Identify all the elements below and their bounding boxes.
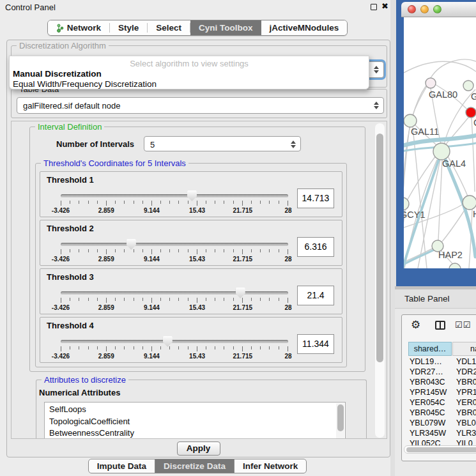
network-node[interactable] (449, 263, 461, 268)
table-row[interactable]: YER054CYER0 (402, 398, 476, 408)
control-panel-titlebar: Control Panel ✖ (0, 0, 395, 14)
cell-name[interactable]: YDR2 (456, 367, 476, 376)
cell-name[interactable]: YBR0 (456, 378, 476, 387)
close-icon[interactable]: ✖ (381, 1, 388, 11)
list-scrollbar-thumb[interactable] (337, 404, 344, 431)
cell-name[interactable]: YBR0 (456, 408, 476, 417)
tab-select[interactable]: Select (148, 20, 190, 35)
network-node-ga[interactable] (463, 81, 473, 91)
cell-shared-name[interactable]: YER054C (410, 398, 445, 407)
apply-button[interactable]: Apply (177, 441, 220, 456)
number-of-intervals-combobox[interactable]: 5 (144, 136, 301, 151)
table-row[interactable]: YDR27…YDR2 (402, 367, 476, 378)
slider-tick-labels: -3.4262.8599.14415.4321.71528 (61, 207, 288, 215)
number-of-intervals-row: Number of Intervals 5 (30, 136, 365, 153)
table-panel-header: Table Panel (395, 289, 476, 309)
cell-name[interactable]: YBL0 (456, 418, 476, 427)
tab-label: Cyni Toolbox (199, 23, 253, 33)
attribute-item-topologicalcoefficient[interactable]: TopologicalCoefficient (49, 416, 345, 428)
table-row[interactable]: YBR043CYBR0 (402, 378, 476, 388)
table-data-combobox[interactable]: galFiltered.sif default node (17, 97, 384, 114)
network-canvas[interactable]: GAL80GACGAL11GAL4GCY1HHAP2 (404, 17, 476, 268)
bottom-tab-impute-data[interactable]: Impute Data (88, 459, 155, 473)
cell-shared-name[interactable]: YBL079W (410, 418, 445, 427)
threshold-value-field[interactable]: 14.713 (297, 188, 334, 208)
table-row[interactable]: YDL19…YDL1 (402, 357, 476, 367)
network-icon (56, 24, 64, 33)
table-hscrollbar-thumb[interactable] (406, 447, 476, 452)
bottom-tab-infer-network[interactable]: Infer Network (234, 459, 307, 473)
main-scrollbar-thumb[interactable] (376, 134, 383, 362)
table-horizontal-scrollbar[interactable] (404, 445, 476, 454)
network-node-gal11[interactable] (404, 114, 417, 127)
window-minimize-button[interactable] (420, 5, 429, 13)
cell-shared-name[interactable]: YBR043C (410, 378, 445, 387)
columns-icon[interactable] (435, 321, 445, 330)
threshold-label: Threshold 3 (47, 272, 94, 282)
gear-icon[interactable]: ⚙ (411, 318, 420, 332)
cell-shared-name[interactable]: YBR045C (410, 408, 445, 417)
network-node-gal4[interactable] (433, 143, 450, 160)
float-window-icon[interactable] (371, 4, 377, 10)
attribute-item-betweennesscentrality[interactable]: BetweennessCentrality (49, 427, 345, 439)
slider-track[interactable] (61, 291, 288, 295)
threshold-value-field[interactable]: 11.344 (297, 334, 334, 354)
main-scrollbar[interactable] (375, 123, 385, 438)
network-node-h[interactable] (463, 196, 476, 210)
cell-shared-name[interactable]: YPR145W (410, 388, 447, 397)
screen: Control Panel ✖ NetworkStyleSelectCyni T… (0, 0, 476, 476)
network-node-gal80[interactable] (426, 78, 436, 88)
slider-track[interactable] (61, 243, 288, 246)
threshold-value-field[interactable]: 21.4 (297, 286, 334, 305)
threshold-slider[interactable]: -3.4262.8599.14415.4321.71528 (61, 238, 288, 264)
slider-track[interactable] (61, 194, 288, 197)
select-columns-checkboxes-icon[interactable]: ☑☑ (455, 320, 471, 330)
table-row[interactable]: YBL079WYBL0 (402, 418, 476, 429)
cell-shared-name[interactable]: YDL19… (410, 357, 442, 366)
window-close-button[interactable] (408, 5, 416, 13)
top-tabs: NetworkStyleSelectCyni ToolboxjActiveMNo… (47, 20, 348, 36)
column-header-shared-name[interactable]: shared… (408, 342, 452, 356)
interval-definition-group: Interval Definition Number of Intervals … (29, 127, 365, 372)
slider-handle[interactable] (163, 336, 173, 347)
network-node-c[interactable] (466, 107, 476, 118)
slider-handle[interactable] (236, 288, 245, 298)
window-zoom-button[interactable] (433, 5, 441, 13)
slider-handle[interactable] (187, 190, 197, 201)
table-row[interactable]: YPR145WYPR1 (402, 388, 476, 398)
tab-cyni-toolbox[interactable]: Cyni Toolbox (190, 20, 261, 35)
bottom-tab-discretize-data[interactable]: Discretize Data (155, 459, 234, 473)
tab-label: Style (118, 23, 139, 33)
threshold-value-field[interactable]: 6.316 (297, 237, 334, 257)
table-row[interactable]: YLR345WYLR3 (402, 429, 476, 439)
tab-style[interactable]: Style (110, 20, 147, 35)
cell-name[interactable]: YER0 (456, 398, 476, 407)
table-row[interactable]: YBR045CYBR0 (402, 408, 476, 418)
list-scrollbar[interactable] (336, 403, 344, 439)
option-manual-discretization[interactable]: Manual Discretization (13, 69, 102, 79)
threshold-slider[interactable]: -3.4262.8599.14415.4321.71528 (61, 287, 288, 312)
network-node-label: H (473, 209, 476, 219)
cell-shared-name[interactable]: YDR27… (410, 367, 443, 376)
attribute-item-selfloops[interactable]: SelfLoops (49, 404, 345, 416)
discretization-algorithm-title: Discretization Algorithm (17, 41, 109, 50)
threshold-label: Threshold 1 (47, 175, 94, 185)
cell-name[interactable]: YLR3 (456, 429, 476, 438)
algorithm-hint-option[interactable]: Select algorithm to view settings (10, 59, 369, 68)
numerical-attributes-list[interactable]: SelfLoopsTopologicalCoefficientBetweenne… (44, 402, 346, 439)
tab-network[interactable]: Network (48, 20, 109, 35)
option-equal-width-frequency[interactable]: Equal Width/Frequency Discretization (13, 79, 157, 89)
tab-jactivemnodules[interactable]: jActiveMNodules (261, 20, 348, 35)
network-node-label: C (473, 118, 476, 128)
slider-track[interactable] (61, 340, 288, 343)
cell-name[interactable]: YDL1 (456, 357, 476, 366)
chevron-updown-icon (374, 66, 379, 73)
network-window-titlebar (401, 2, 476, 17)
cell-shared-name[interactable]: YLR345W (410, 429, 446, 438)
threshold-slider[interactable]: -3.4262.8599.14415.4321.71528 (61, 190, 288, 215)
cell-name[interactable]: YPR1 (456, 388, 476, 397)
column-header-name[interactable]: na (452, 342, 476, 356)
slider-handle[interactable] (127, 239, 136, 250)
threshold-slider[interactable]: -3.4262.8599.14415.4321.71528 (61, 335, 288, 361)
network-node-label: GAL80 (429, 89, 457, 100)
